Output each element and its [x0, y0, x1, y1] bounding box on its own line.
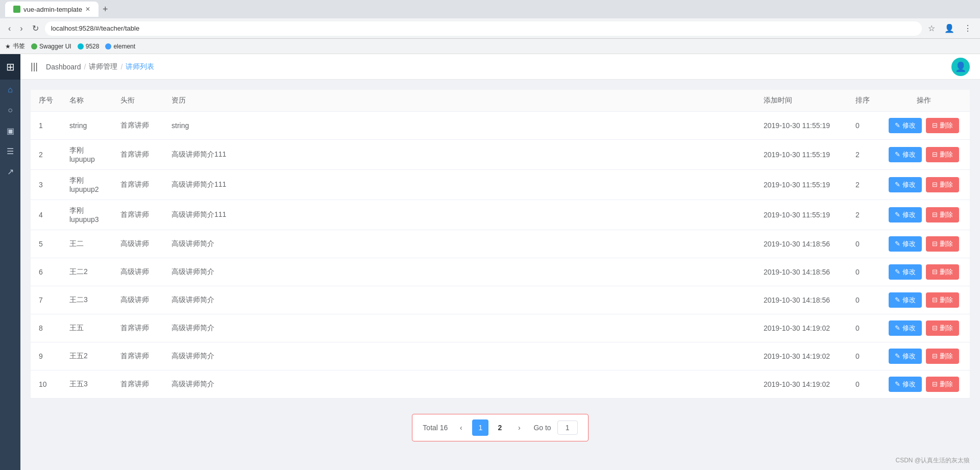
edit-button[interactable]: ✎ 修改 — [889, 177, 922, 192]
cell-action: ✎ 修改 ⊟ 删除 — [878, 258, 970, 286]
sidebar-item-list[interactable]: ☰ — [0, 141, 20, 161]
cell-title: 首席讲师 — [112, 170, 163, 200]
cell-time: 2019-10-30 14:18:56 — [755, 230, 847, 258]
cell-title: 高级讲师 — [112, 286, 163, 314]
cell-title: 高级讲师 — [112, 230, 163, 258]
watermark: CSDN @认真生活的灰太狼 — [895, 456, 970, 465]
delete-button[interactable]: ⊟ 删除 — [926, 236, 959, 252]
cell-sort: 0 — [847, 258, 878, 286]
delete-button[interactable]: ⊟ 删除 — [926, 349, 959, 364]
prev-page-button[interactable]: ‹ — [453, 419, 469, 436]
cell-action: ✎ 修改 ⊟ 删除 — [878, 286, 970, 314]
edit-button[interactable]: ✎ 修改 — [889, 264, 922, 280]
cell-bio: 高级讲师简介 — [163, 286, 755, 314]
cell-time: 2019-10-30 11:55:19 — [755, 112, 847, 140]
cell-time: 2019-10-30 14:19:02 — [755, 342, 847, 370]
forward-button[interactable]: › — [17, 22, 26, 35]
bookmark-element[interactable]: element — [105, 43, 135, 50]
star-button[interactable]: ☆ — [925, 21, 938, 35]
edit-button[interactable]: ✎ 修改 — [889, 292, 922, 308]
delete-button[interactable]: ⊟ 删除 — [926, 147, 959, 162]
cell-title: 首席讲师 — [112, 370, 163, 399]
bookmark-item[interactable]: ★ 书签 — [5, 42, 25, 51]
cell-no: 2 — [31, 140, 61, 170]
account-button[interactable]: 👤 — [941, 21, 958, 35]
page-button-2[interactable]: 2 — [492, 419, 508, 436]
edit-button[interactable]: ✎ 修改 — [889, 207, 922, 222]
header-right: 👤 — [951, 58, 970, 76]
cell-title: 首席讲师 — [112, 112, 163, 140]
cell-bio: 高级讲师简介 — [163, 258, 755, 286]
breadcrumb-teacher-mgmt[interactable]: 讲师管理 — [89, 62, 117, 71]
cell-sort: 2 — [847, 170, 878, 200]
pagination: Total 16 ‹ 1 2 › Go to — [412, 414, 588, 441]
table-row: 9 王五2 首席讲师 高级讲师简介 2019-10-30 14:19:02 0 … — [31, 342, 970, 370]
address-bar[interactable] — [45, 21, 922, 36]
table-row: 6 王二2 高级讲师 高级讲师简介 2019-10-30 14:18:56 0 … — [31, 258, 970, 286]
edit-button[interactable]: ✎ 修改 — [889, 147, 922, 162]
table-row: 7 王二3 高级讲师 高级讲师简介 2019-10-30 14:18:56 0 … — [31, 286, 970, 314]
edit-button[interactable]: ✎ 修改 — [889, 377, 922, 392]
cell-no: 5 — [31, 230, 61, 258]
cell-time: 2019-10-30 14:19:02 — [755, 314, 847, 342]
cell-sort: 2 — [847, 140, 878, 170]
bookmark-swagger[interactable]: Swagger UI — [31, 43, 71, 50]
browser-nav: ‹ › ↻ ☆ 👤 ⋮ — [0, 18, 980, 39]
sidebar-logo: ⊞ — [0, 54, 20, 80]
sidebar-item-book[interactable]: ▣ — [0, 120, 20, 141]
delete-button[interactable]: ⊟ 删除 — [926, 292, 959, 308]
cell-bio: 高级讲师简介 — [163, 230, 755, 258]
cell-action: ✎ 修改 ⊟ 删除 — [878, 170, 970, 200]
bookmark-9528[interactable]: 9528 — [78, 43, 100, 50]
tab-title: vue-admin-template — [23, 6, 82, 13]
edit-button[interactable]: ✎ 修改 — [889, 349, 922, 364]
main-content: 序号 名称 头衔 资历 添加时间 排序 操作 1 string 首席讲师 str… — [20, 80, 980, 470]
cell-title: 首席讲师 — [112, 140, 163, 170]
close-tab-button[interactable]: ✕ — [85, 6, 90, 13]
edit-button[interactable]: ✎ 修改 — [889, 118, 922, 133]
sidebar-item-export[interactable]: ↗ — [0, 161, 20, 182]
avatar[interactable]: 👤 — [951, 58, 970, 76]
col-header-name: 名称 — [61, 90, 112, 112]
sidebar-item-globe[interactable]: ○ — [0, 100, 20, 120]
cell-bio: string — [163, 112, 755, 140]
cell-sort: 0 — [847, 342, 878, 370]
col-header-no: 序号 — [31, 90, 61, 112]
delete-button[interactable]: ⊟ 删除 — [926, 264, 959, 280]
cell-time: 2019-10-30 14:19:02 — [755, 370, 847, 399]
reload-button[interactable]: ↻ — [29, 21, 42, 35]
delete-button[interactable]: ⊟ 删除 — [926, 207, 959, 222]
logo-icon: ⊞ — [6, 61, 15, 73]
cell-action: ✎ 修改 ⊟ 删除 — [878, 200, 970, 230]
menu-button[interactable]: ⋮ — [961, 21, 975, 35]
edit-button[interactable]: ✎ 修改 — [889, 320, 922, 336]
col-header-sort: 排序 — [847, 90, 878, 112]
goto-input[interactable] — [557, 420, 578, 435]
delete-button[interactable]: ⊟ 删除 — [926, 118, 959, 133]
new-tab-button[interactable]: + — [103, 4, 108, 15]
page-button-1[interactable]: 1 — [472, 419, 488, 436]
browser-tab[interactable]: vue-admin-template ✕ — [5, 2, 99, 17]
goto-label: Go to — [533, 424, 551, 432]
next-page-button[interactable]: › — [511, 419, 527, 436]
cell-name: 王五 — [61, 314, 112, 342]
cell-title: 首席讲师 — [112, 200, 163, 230]
app-layout: ⊞ ⌂ ○ ▣ ☰ ↗ ||| Dashboard / 讲师管理 / 讲师列表 … — [0, 54, 980, 470]
element-dot — [105, 43, 111, 50]
delete-button[interactable]: ⊟ 删除 — [926, 377, 959, 392]
cell-bio: 高级讲师简介111 — [163, 200, 755, 230]
bookmark-icon: ★ — [5, 43, 11, 50]
9528-label: 9528 — [86, 43, 100, 50]
cell-no: 8 — [31, 314, 61, 342]
cell-action: ✎ 修改 ⊟ 删除 — [878, 370, 970, 399]
hamburger-icon[interactable]: ||| — [31, 61, 38, 72]
back-button[interactable]: ‹ — [5, 22, 14, 35]
delete-button[interactable]: ⊟ 删除 — [926, 177, 959, 192]
cell-time: 2019-10-30 11:55:19 — [755, 200, 847, 230]
delete-button[interactable]: ⊟ 删除 — [926, 320, 959, 336]
avatar-initials: 👤 — [955, 61, 966, 72]
edit-button[interactable]: ✎ 修改 — [889, 236, 922, 252]
sidebar-item-home[interactable]: ⌂ — [0, 80, 20, 100]
breadcrumb-teacher-list: 讲师列表 — [126, 62, 154, 71]
breadcrumb-dashboard[interactable]: Dashboard — [46, 63, 81, 71]
